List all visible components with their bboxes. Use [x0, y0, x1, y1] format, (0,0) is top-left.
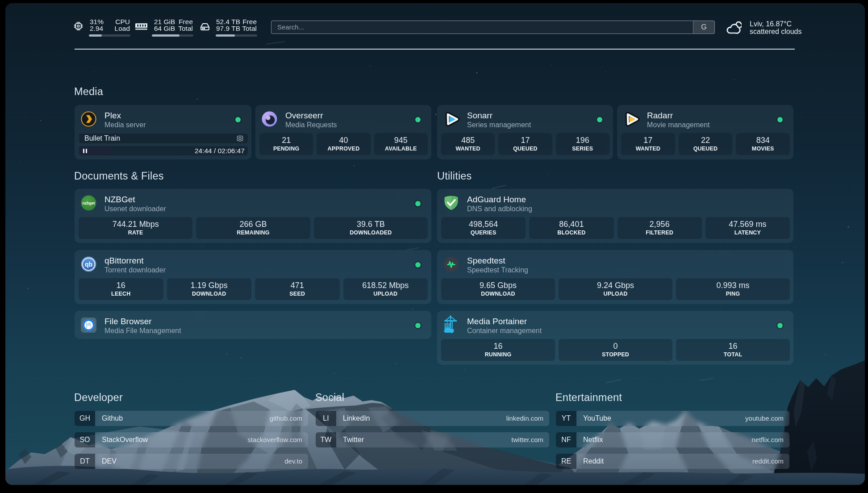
svg-text:qb: qb [85, 261, 92, 268]
svg-text:nzbget: nzbget [83, 201, 96, 205]
